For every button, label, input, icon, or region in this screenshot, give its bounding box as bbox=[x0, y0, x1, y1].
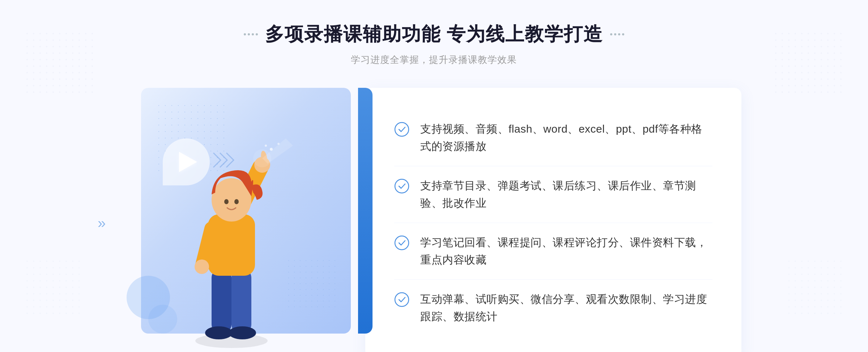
svg-rect-3 bbox=[22, 260, 80, 318]
feature-text-4: 互动弹幕、试听购买、微信分享、观看次数限制、学习进度跟踪、数据统计 bbox=[420, 291, 712, 325]
svg-point-16 bbox=[195, 259, 209, 274]
feature-item-2: 支持章节目录、弹题考试、课后练习、课后作业、章节测验、批改作业 bbox=[394, 166, 712, 223]
left-title-dots bbox=[244, 33, 258, 35]
main-title: 多项录播课辅助功能 专为线上教学打造 bbox=[265, 22, 603, 47]
illustration-section bbox=[127, 88, 373, 348]
feature-item-1: 支持视频、音频、flash、word、excel、ppt、pdf等各种格式的资源… bbox=[394, 110, 712, 166]
left-arrow-decoration: » bbox=[98, 215, 103, 231]
right-title-dots bbox=[610, 33, 624, 35]
svg-point-8 bbox=[205, 326, 233, 339]
svg-point-24 bbox=[395, 123, 409, 136]
feature-item-3: 学习笔记回看、课程提问、课程评论打分、课件资料下载，重点内容收藏 bbox=[394, 223, 712, 280]
feature-text-1: 支持视频、音频、flash、word、excel、ppt、pdf等各种格式的资源… bbox=[420, 120, 712, 155]
feature-text-3: 学习笔记回看、课程提问、课程评论打分、课件资料下载，重点内容收藏 bbox=[420, 234, 712, 269]
svg-point-9 bbox=[229, 326, 256, 339]
svg-point-27 bbox=[395, 293, 409, 306]
svg-rect-7 bbox=[231, 269, 251, 334]
svg-point-23 bbox=[265, 145, 267, 147]
feature-text-2: 支持章节目录、弹题考试、课后练习、课后作业、章节测验、批改作业 bbox=[420, 177, 712, 212]
svg-point-25 bbox=[395, 179, 409, 193]
subtitle: 学习进度全掌握，提升录播课教学效果 bbox=[244, 53, 624, 66]
header-section: 多项录播课辅助功能 专为线上教学打造 学习进度全掌握，提升录播课教学效果 bbox=[244, 22, 624, 66]
title-row: 多项录播课辅助功能 专为线上教学打造 bbox=[244, 22, 624, 47]
svg-point-18 bbox=[224, 199, 229, 204]
svg-point-21 bbox=[270, 148, 273, 151]
svg-rect-2 bbox=[774, 29, 846, 94]
svg-point-26 bbox=[395, 236, 409, 250]
check-icon-4 bbox=[394, 292, 409, 307]
feature-item-4: 互动弹幕、试听购买、微信分享、观看次数限制、学习进度跟踪、数据统计 bbox=[394, 280, 712, 336]
check-icon-1 bbox=[394, 122, 409, 137]
blue-accent-bar bbox=[358, 88, 373, 334]
svg-rect-6 bbox=[212, 269, 231, 334]
features-section: 支持视频、音频、flash、word、excel、ppt、pdf等各种格式的资源… bbox=[365, 88, 741, 352]
svg-rect-1 bbox=[22, 29, 94, 94]
svg-point-20 bbox=[253, 149, 271, 167]
chevron-right-icon: » bbox=[98, 215, 103, 231]
check-icon-3 bbox=[394, 235, 409, 250]
page-container: 多项录播课辅助功能 专为线上教学打造 学习进度全掌握，提升录播课教学效果 » bbox=[0, 0, 868, 352]
person-illustration bbox=[156, 131, 307, 348]
svg-line-15 bbox=[203, 229, 212, 265]
svg-rect-4 bbox=[788, 260, 846, 318]
svg-point-19 bbox=[234, 199, 239, 204]
content-area: » bbox=[127, 88, 741, 352]
svg-point-22 bbox=[277, 143, 280, 145]
check-icon-2 bbox=[394, 179, 409, 194]
